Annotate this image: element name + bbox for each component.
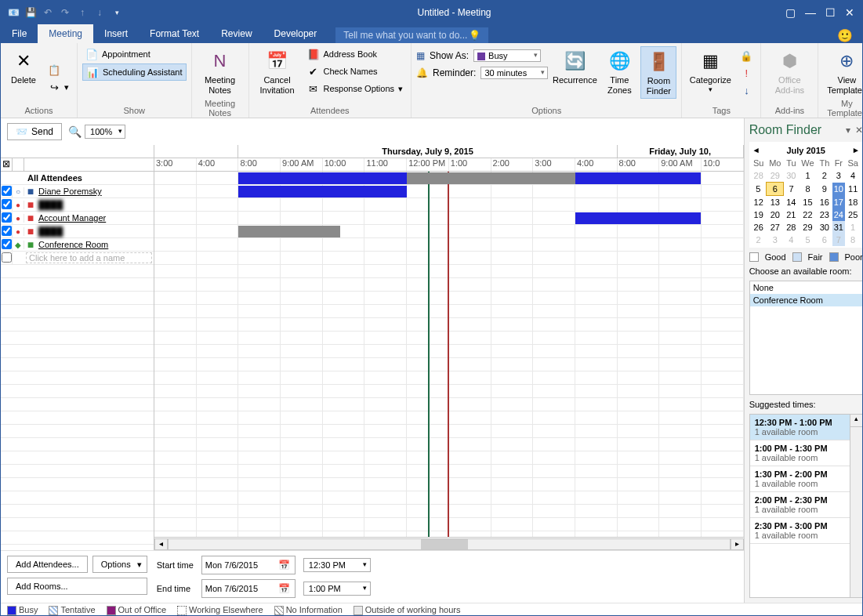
calendar-day[interactable]: 3 — [767, 234, 784, 246]
end-date-input[interactable]: Mon 7/6/2015📅 — [201, 579, 296, 598]
calendar-day[interactable]: 20 — [767, 208, 784, 221]
next-icon[interactable]: ↓ — [93, 6, 106, 19]
attendee-checkbox[interactable] — [2, 199, 12, 209]
next-month-icon[interactable]: ▸ — [854, 145, 858, 155]
undo-icon[interactable]: ↶ — [42, 6, 54, 19]
add-rooms-button[interactable]: Add Rooms... — [7, 578, 147, 595]
low-importance-button[interactable]: ↓ — [737, 82, 756, 98]
calendar-day[interactable]: 3 — [832, 169, 846, 183]
add-attendees-button[interactable]: Add Attendees... — [7, 556, 88, 573]
maximize-icon[interactable]: ☐ — [825, 6, 836, 19]
calendar-day[interactable]: 27 — [767, 221, 784, 234]
calendar-day[interactable]: 9 — [817, 183, 832, 196]
calendar-day[interactable]: 7 — [832, 234, 846, 246]
calendar-day[interactable]: 7 — [784, 183, 799, 196]
calendar-day[interactable]: 4 — [845, 169, 861, 183]
pane-dropdown-icon[interactable]: ▾ — [846, 125, 850, 136]
room-list[interactable]: NoneConference Room — [749, 281, 863, 395]
tab-formattext[interactable]: Format Text — [139, 24, 210, 43]
calendar-day[interactable]: 8 — [799, 183, 817, 196]
send-button[interactable]: 📨Send — [7, 123, 62, 140]
address-book-button[interactable]: 📕Address Book — [304, 46, 407, 62]
recurrence-button[interactable]: 🔄Recurrence — [551, 46, 598, 88]
calendar-day[interactable]: 2 — [751, 234, 767, 246]
meeting-notes-button[interactable]: NMeeting Notes — [197, 46, 244, 97]
cancel-invitation-button[interactable]: 📅Cancel Invitation — [254, 46, 301, 97]
calendar-day[interactable]: 30 — [817, 221, 832, 234]
calendar-day[interactable]: 11 — [845, 183, 861, 196]
calendar-day[interactable]: 13 — [767, 196, 784, 209]
calendar-day[interactable]: 16 — [817, 196, 832, 209]
end-hour-input[interactable]: 1:00 PM — [303, 582, 371, 596]
suggested-times-list[interactable]: 12:30 PM - 1:00 PM1 available room1:00 P… — [749, 414, 863, 598]
tab-review[interactable]: Review — [210, 24, 263, 43]
start-hour-input[interactable]: 12:30 PM — [303, 558, 371, 572]
calendar-day[interactable]: 5 — [799, 234, 817, 246]
options-button[interactable]: Options — [92, 556, 147, 573]
suggested-time-item[interactable]: 12:30 PM - 1:00 PM1 available room — [750, 415, 850, 440]
high-importance-button[interactable]: ! — [737, 65, 756, 81]
calendar-day[interactable]: 1 — [845, 221, 861, 234]
private-button[interactable]: 🔒 — [737, 48, 756, 63]
calendar-day[interactable]: 1 — [799, 169, 817, 183]
time-zones-button[interactable]: 🌐Time Zones — [601, 46, 637, 97]
calendar-icon[interactable]: 📅 — [277, 558, 292, 572]
calendar-day[interactable]: 6 — [817, 234, 832, 246]
scroll-left-icon[interactable]: ◂ — [154, 538, 168, 550]
suggested-time-item[interactable]: 2:30 PM - 3:00 PM1 available room — [750, 518, 850, 544]
add-attendee-row[interactable]: Click here to add a name — [1, 252, 154, 265]
attendee-checkbox[interactable] — [2, 186, 12, 196]
suggested-scrollbar[interactable]: ▴ — [850, 415, 862, 597]
feedback-smiley-icon[interactable]: 🙂 — [837, 28, 853, 43]
calendar-day[interactable]: 24 — [832, 208, 846, 221]
time-grid[interactable]: Thursday, July 9, 2015 Friday, July 10, … — [154, 145, 744, 550]
copy-button[interactable]: 📋 — [45, 62, 72, 78]
attendee-row[interactable]: ●■████ — [1, 198, 154, 212]
calendar-day[interactable]: 18 — [845, 196, 861, 209]
zoom-control[interactable]: 🔍100% — [68, 125, 125, 139]
calendar-day[interactable]: 4 — [784, 234, 799, 246]
attendee-row[interactable]: ●■████ — [1, 225, 154, 238]
attendee-checkbox[interactable] — [2, 226, 12, 236]
add-attendee-checkbox[interactable] — [2, 252, 12, 263]
calendar-day[interactable]: 28 — [751, 169, 767, 183]
suggested-time-item[interactable]: 2:00 PM - 2:30 PM1 available room — [750, 492, 850, 518]
prev-month-icon[interactable]: ◂ — [754, 145, 759, 155]
response-options-button[interactable]: ✉Response Options ▾ — [304, 81, 407, 96]
suggested-time-item[interactable]: 1:00 PM - 1:30 PM1 available room — [750, 440, 850, 466]
attendee-options-icon[interactable]: ⊠ — [1, 158, 13, 171]
office-addins-button[interactable]: ⬢Office Add-ins — [766, 46, 813, 97]
selection-band[interactable] — [428, 172, 449, 537]
calendar-day[interactable]: 19 — [751, 208, 767, 221]
calendar-day[interactable]: 23 — [817, 208, 832, 221]
mini-calendar[interactable]: ◂July 2015▸ SuMoTuWeThFrSa28293012345678… — [749, 142, 863, 248]
reminder-dropdown[interactable]: 30 minutes — [480, 67, 548, 79]
attendee-checkbox[interactable] — [2, 239, 12, 249]
appointment-button[interactable]: 📄Appointment — [82, 46, 187, 62]
room-list-item[interactable]: Conference Room — [750, 294, 862, 306]
calendar-day[interactable]: 8 — [845, 234, 861, 246]
save-icon[interactable]: 💾 — [24, 6, 37, 19]
calendar-day[interactable]: 21 — [784, 208, 799, 221]
showas-dropdown[interactable]: Busy — [473, 49, 541, 62]
pane-close-icon[interactable]: ✕ — [855, 125, 863, 136]
calendar-day[interactable]: 25 — [845, 208, 861, 221]
horizontal-scrollbar[interactable]: ◂ ▸ — [154, 537, 744, 550]
attendee-row[interactable]: ◆■Conference Room — [1, 238, 154, 252]
calendar-icon[interactable]: 📅 — [277, 582, 292, 596]
calendar-day[interactable]: 29 — [799, 221, 817, 234]
calendar-day[interactable]: 5 — [751, 183, 767, 196]
scheduling-assistant-button[interactable]: 📊Scheduling Assistant — [82, 63, 187, 81]
calendar-day[interactable]: 28 — [784, 221, 799, 234]
calendar-day[interactable]: 17 — [832, 196, 846, 209]
room-list-item[interactable]: None — [750, 281, 862, 294]
scroll-right-icon[interactable]: ▸ — [731, 538, 744, 550]
forward-button[interactable]: ↪▾ — [45, 79, 72, 95]
calendar-day[interactable]: 22 — [799, 208, 817, 221]
calendar-day[interactable]: 15 — [799, 196, 817, 209]
check-names-button[interactable]: ✔Check Names — [304, 63, 407, 79]
scroll-thumb[interactable] — [421, 539, 468, 549]
calendar-day[interactable]: 26 — [751, 221, 767, 234]
calendar-day[interactable]: 6 — [767, 183, 784, 196]
categorize-button[interactable]: ▦Categorize▾ — [687, 46, 734, 96]
